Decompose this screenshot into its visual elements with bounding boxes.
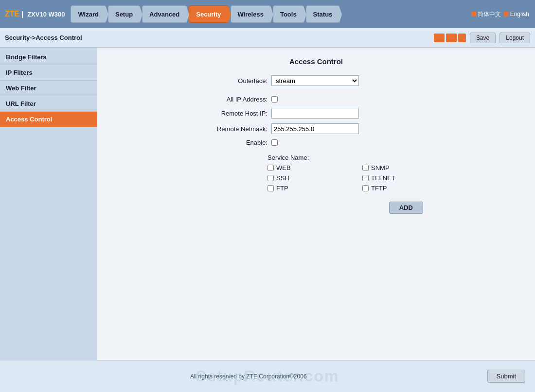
page-title: Access Control (112, 57, 520, 66)
service-snmp-checkbox[interactable] (362, 165, 369, 171)
nav-tabs: Wizard Setup Advanced Security Wireless … (70, 0, 467, 28)
save-button[interactable]: Save (470, 33, 496, 43)
service-ssh-checkbox[interactable] (268, 175, 274, 181)
submit-button[interactable]: Submit (487, 370, 525, 383)
add-button[interactable]: ADD (389, 202, 423, 214)
lang-cn-label: 简体中文 (478, 10, 501, 18)
nav-tab-tools[interactable]: Tools (273, 5, 304, 23)
lang-en-icon (504, 12, 509, 17)
outerface-select[interactable]: stream ppp0 eth0 (271, 75, 359, 86)
service-ssh: SSH (268, 174, 343, 182)
service-tftp-label: TFTP (371, 185, 387, 192)
breadcrumb: Security->Access Control (5, 34, 434, 41)
service-snmp-label: SNMP (371, 164, 390, 171)
lang-en-label: English (510, 11, 529, 17)
remote-netmask-label: Remote Netmask: (195, 125, 268, 133)
nav-tab-wizard[interactable]: Wizard (71, 5, 106, 23)
nav-tab-advanced[interactable]: Advanced (142, 5, 187, 23)
remote-host-label: Remote Host IP: (195, 110, 268, 117)
service-telnet-label: TELNET (371, 174, 395, 182)
service-grid: WEB SNMP SSH TELNET (195, 164, 438, 192)
service-telnet-checkbox[interactable] (362, 175, 369, 181)
all-ip-checkbox[interactable] (271, 96, 278, 102)
sub-header-right: Save Logout (434, 33, 530, 43)
nav-tab-wireless[interactable]: Wireless (231, 5, 271, 23)
add-row: ADD (195, 202, 438, 214)
lang-cn[interactable]: 简体中文 (471, 10, 501, 18)
nav-tab-security[interactable]: Security (189, 5, 228, 23)
service-tftp: TFTP (362, 185, 438, 192)
service-name-label: Service Name: (195, 154, 438, 161)
nav-tab-setup[interactable]: Setup (108, 5, 140, 23)
header-icon-3 (458, 34, 466, 42)
enable-row: Enable: (195, 139, 438, 146)
sidebar-item-url-filter[interactable]: URL Filter (0, 96, 97, 112)
sidebar-item-bridge-filters[interactable]: Bridge Filters (0, 50, 97, 65)
sidebar-item-access-control[interactable]: Access Control (0, 112, 97, 127)
service-web-checkbox[interactable] (268, 165, 274, 171)
remote-netmask-input[interactable]: 255.255.255.0 (271, 123, 359, 134)
sidebar-item-web-filter[interactable]: Web Filter (0, 81, 97, 96)
brand-zte: ZTE (5, 10, 19, 18)
brand-model: ZXV10 W300 (27, 11, 65, 18)
service-ssh-label: SSH (276, 174, 289, 182)
lang-cn-icon (471, 12, 476, 17)
service-telnet: TELNET (362, 174, 438, 182)
remote-host-row: Remote Host IP: (195, 108, 438, 119)
lang-area: 简体中文 English (467, 0, 533, 28)
nav-tab-status[interactable]: Status (306, 5, 340, 23)
all-ip-row: All IP Address: (195, 96, 438, 103)
remote-host-input[interactable] (271, 108, 359, 119)
enable-checkbox[interactable] (271, 139, 278, 146)
header-icon-1 (434, 34, 445, 42)
top-nav: ZTE | ZXV10 W300 Wizard Setup Advanced S… (0, 0, 535, 28)
brand-separator: | (21, 10, 23, 18)
logout-button[interactable]: Logout (499, 33, 530, 43)
all-ip-label: All IP Address: (195, 96, 268, 103)
outerface-label: Outerface: (195, 77, 268, 85)
content-panel: Access Control Outerface: stream ppp0 et… (97, 48, 535, 360)
service-ftp-label: FTP (276, 185, 288, 192)
service-ftp-checkbox[interactable] (268, 185, 274, 191)
sidebar-item-ip-filters[interactable]: IP Filters (0, 65, 97, 81)
page-wrapper: ZTE | ZXV10 W300 Wizard Setup Advanced S… (0, 0, 535, 392)
header-icons (434, 34, 466, 42)
service-section: Service Name: WEB SNMP SSH (195, 154, 438, 192)
brand: ZTE | ZXV10 W300 (2, 0, 70, 28)
service-tftp-checkbox[interactable] (362, 185, 369, 191)
lang-en[interactable]: English (504, 11, 529, 17)
form-section: Outerface: stream ppp0 eth0 All IP Addre… (112, 75, 520, 214)
remote-netmask-row: Remote Netmask: 255.255.255.0 (195, 123, 438, 134)
footer-text: All rights reserved by ZTE Corporation©2… (10, 373, 487, 380)
sidebar: Bridge Filters IP Filters Web Filter URL… (0, 48, 97, 360)
header-icon-2 (446, 34, 457, 42)
bottom-bar: SetupRouter.com All rights reserved by Z… (0, 360, 535, 392)
enable-label: Enable: (195, 139, 268, 146)
outerface-row: Outerface: stream ppp0 eth0 (195, 75, 438, 86)
service-ftp: FTP (268, 185, 343, 192)
service-snmp: SNMP (362, 164, 438, 171)
content-area: Bridge Filters IP Filters Web Filter URL… (0, 48, 535, 360)
service-web: WEB (268, 164, 343, 171)
sub-header: Security->Access Control Save Logout (0, 28, 535, 48)
service-web-label: WEB (276, 164, 291, 171)
